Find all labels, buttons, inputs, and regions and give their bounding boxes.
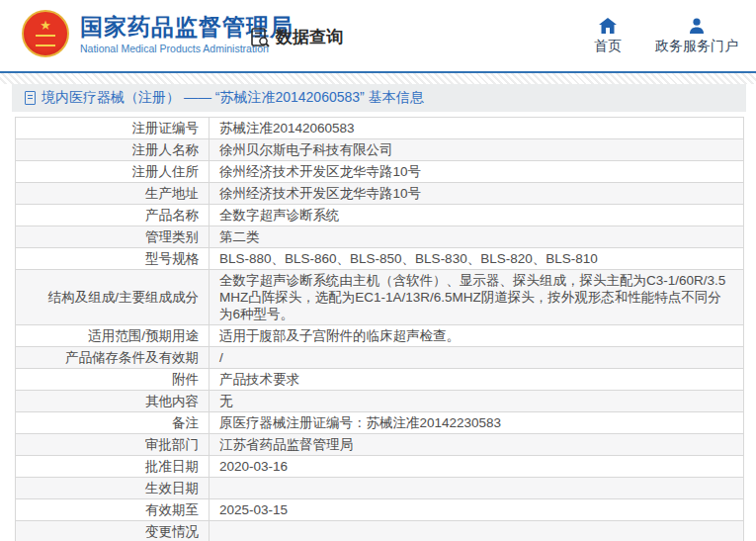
- table-row: 变更情况: [16, 521, 744, 541]
- row-value: 全数字超声诊断系统由主机（含软件）、显示器、探头组成，探头主配为C3-1/60R…: [210, 270, 744, 325]
- main-content: 境内医疗器械（注册） —— “苏械注准20142060583” 基本信息 注册证…: [12, 84, 746, 541]
- table-row: 批准日期 2020-03-16: [16, 456, 744, 478]
- national-emblem-logo: ★: [22, 10, 69, 57]
- row-value: 原医疗器械注册证编号：苏械注准20142230583: [210, 412, 744, 434]
- row-label: 生效日期: [16, 478, 210, 499]
- document-icon: [25, 91, 36, 105]
- table-row: 其他内容 无: [16, 391, 744, 412]
- home-icon: [599, 18, 617, 34]
- table-row: 注册人住所 徐州经济技术开发区龙华寺路10号: [16, 161, 744, 183]
- row-label: 注册人名称: [16, 139, 210, 161]
- row-value: BLS-880、BLS-860、BLS-850、BLS-830、BLS-820、…: [210, 248, 744, 270]
- breadcrumb-text: 境内医疗器械（注册） —— “苏械注准20142060583” 基本信息: [42, 89, 424, 107]
- emblem-stars: ★: [24, 19, 67, 32]
- table-row: 有效期至 2025-03-15: [16, 499, 744, 521]
- data-query-label: 数据查询: [276, 26, 343, 48]
- row-value: 2020-03-16: [210, 456, 744, 478]
- table-row: 备注 原医疗器械注册证编号：苏械注准20142230583: [16, 412, 744, 434]
- registration-info-table: 注册证编号 苏械注准20142060583 注册人名称 徐州贝尔斯电子科技有限公…: [15, 117, 744, 541]
- table-row: 附件 产品技术要求: [16, 369, 744, 391]
- row-label: 变更情况: [16, 521, 210, 541]
- nav-portal-label: 政务服务门户: [655, 38, 738, 55]
- row-label: 生产地址: [16, 183, 210, 205]
- table-row: 型号规格 BLS-880、BLS-860、BLS-850、BLS-830、BLS…: [16, 248, 744, 270]
- row-value: 徐州贝尔斯电子科技有限公司: [210, 139, 744, 161]
- row-label: 管理类别: [16, 226, 210, 248]
- row-label: 注册证编号: [16, 118, 210, 139]
- row-label: 产品名称: [16, 205, 210, 226]
- row-label: 备注: [16, 412, 210, 434]
- breadcrumb: 境内医疗器械（注册） —— “苏械注准20142060583” 基本信息: [12, 84, 746, 112]
- table-row: 注册人名称 徐州贝尔斯电子科技有限公司: [16, 139, 744, 161]
- emblem-gate: [36, 35, 55, 46]
- row-label: 其他内容: [16, 391, 210, 412]
- row-value: 徐州经济技术开发区龙华寺路10号: [210, 161, 744, 183]
- row-value: 2025-03-15: [210, 499, 744, 521]
- hatch-background-band: [0, 73, 756, 84]
- table-row: 管理类别 第二类: [16, 226, 744, 248]
- table-row: 注册证编号 苏械注准20142060583: [16, 118, 744, 139]
- row-value: 产品技术要求: [210, 369, 744, 391]
- row-label: 批准日期: [16, 456, 210, 478]
- row-value: 适用于腹部及子宫附件的临床超声检查。: [210, 325, 744, 347]
- user-icon: [689, 18, 705, 34]
- row-value: 江苏省药品监督管理局: [210, 434, 744, 456]
- row-label: 附件: [16, 369, 210, 391]
- row-label: 有效期至: [16, 499, 210, 521]
- table-wrapper: 注册证编号 苏械注准20142060583 注册人名称 徐州贝尔斯电子科技有限公…: [12, 112, 746, 541]
- nav-home[interactable]: 首页: [594, 18, 622, 55]
- table-row: 生效日期: [16, 478, 744, 499]
- table-row: 生产地址 徐州经济技术开发区龙华寺路10号: [16, 183, 744, 205]
- data-query-tab[interactable]: 数据查询: [249, 26, 343, 48]
- table-row: 产品储存条件及有效期 /: [16, 347, 744, 369]
- data-query-icon: [249, 27, 271, 48]
- nav-home-label: 首页: [594, 38, 622, 55]
- row-value: 徐州经济技术开发区龙华寺路10号: [210, 183, 744, 205]
- row-label: 注册人住所: [16, 161, 210, 183]
- header-nav: 首页 政务服务门户: [594, 18, 738, 55]
- row-label: 适用范围/预期用途: [16, 325, 210, 347]
- row-value: [210, 521, 744, 541]
- row-value: /: [210, 347, 744, 369]
- row-value: 全数字超声诊断系统: [210, 205, 744, 226]
- row-label: 产品储存条件及有效期: [16, 347, 210, 369]
- row-label: 审批部门: [16, 434, 210, 456]
- table-row: 结构及组成/主要组成成分 全数字超声诊断系统由主机（含软件）、显示器、探头组成，…: [16, 270, 744, 325]
- table-row: 适用范围/预期用途 适用于腹部及子宫附件的临床超声检查。: [16, 325, 744, 347]
- row-value: 无: [210, 391, 744, 412]
- row-value: 苏械注准20142060583: [210, 118, 744, 139]
- site-header: ★ 国家药品监督管理局 National Medical Products Ad…: [0, 0, 756, 71]
- row-value: [210, 478, 744, 499]
- row-label: 结构及组成/主要组成成分: [16, 270, 210, 325]
- nav-portal[interactable]: 政务服务门户: [655, 18, 738, 55]
- table-row: 产品名称 全数字超声诊断系统: [16, 205, 744, 226]
- row-value: 第二类: [210, 226, 744, 248]
- info-table-body: 注册证编号 苏械注准20142060583 注册人名称 徐州贝尔斯电子科技有限公…: [16, 118, 744, 541]
- row-label: 型号规格: [16, 248, 210, 270]
- table-row: 审批部门 江苏省药品监督管理局: [16, 434, 744, 456]
